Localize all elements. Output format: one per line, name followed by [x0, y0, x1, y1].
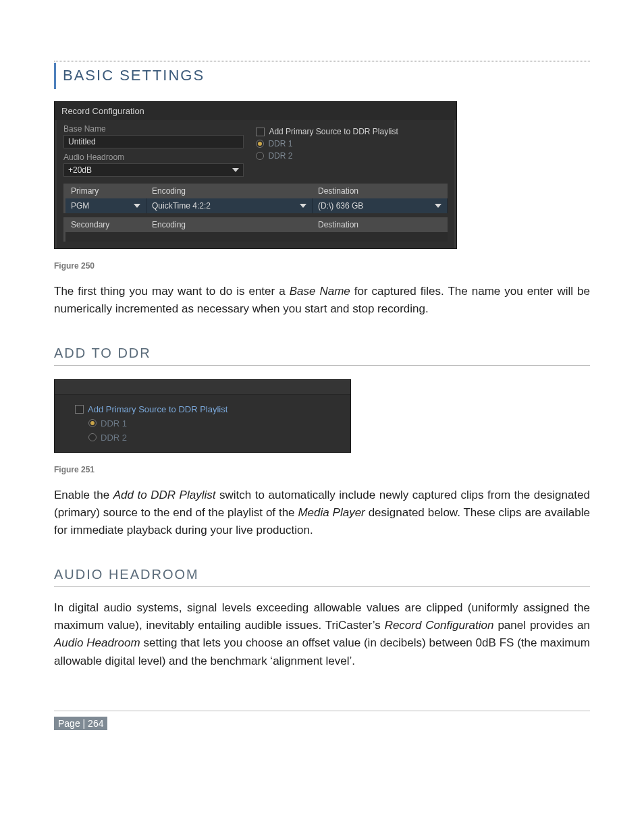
col-secondary: Secondary — [65, 217, 146, 232]
ddr1-radio-row[interactable]: DDR 1 — [256, 139, 448, 148]
panel-stripe — [55, 380, 350, 395]
section-heading-box: BASIC SETTINGS — [54, 61, 590, 89]
page-footer: Page | 264 — [54, 711, 590, 730]
radio-icon — [256, 140, 264, 148]
radio-icon — [88, 419, 97, 427]
secondary-encoding-group: Secondary Encoding Destination — [63, 217, 448, 242]
chevron-down-icon — [232, 168, 239, 172]
primary-source-dropdown[interactable]: PGM — [65, 198, 146, 213]
primary-encoding-value: QuickTime 4:2:2 — [152, 201, 211, 211]
chevron-down-icon — [134, 204, 140, 208]
paragraph-basename: The first thing you may want to do is en… — [54, 283, 590, 319]
radio-icon — [256, 152, 264, 160]
add-primary-source-checkbox-row-2[interactable]: Add Primary Source to DDR Playlist — [75, 404, 337, 414]
checkbox-icon — [75, 405, 84, 414]
ddr2-radio-row[interactable]: DDR 2 — [256, 151, 448, 161]
panel-title: Record Configuration — [55, 102, 456, 120]
primary-destination-value: (D:\) 636 GB — [318, 201, 363, 211]
ddr2-label: DDR 2 — [268, 151, 292, 161]
col-encoding2: Encoding — [146, 217, 313, 232]
ddr2-radio-row-2[interactable]: DDR 2 — [88, 433, 337, 443]
paragraph-audio-headroom: In digital audio systems, signal levels … — [54, 599, 590, 670]
base-name-value: Untitled — [68, 137, 96, 146]
chevron-down-icon — [435, 204, 441, 208]
radio-icon — [88, 433, 97, 441]
col-primary: Primary — [65, 184, 146, 198]
ddr1-radio-row-2[interactable]: DDR 1 — [88, 418, 337, 429]
primary-encoding-dropdown[interactable]: QuickTime 4:2:2 — [146, 198, 313, 213]
heading-add-to-ddr: ADD TO DDR — [54, 346, 590, 366]
heading-audio-headroom: AUDIO HEADROOM — [54, 567, 590, 587]
primary-destination-dropdown[interactable]: (D:\) 636 GB — [313, 198, 448, 213]
section-heading: BASIC SETTINGS — [63, 67, 590, 85]
checkbox-icon — [256, 128, 265, 136]
add-primary-source-label: Add Primary Source to DDR Playlist — [269, 127, 398, 136]
ddr2-label-2: DDR 2 — [101, 433, 127, 443]
add-to-ddr-panel: Add Primary Source to DDR Playlist DDR 1… — [54, 379, 351, 453]
audio-headroom-dropdown[interactable]: +20dB — [63, 163, 244, 177]
col-destination2: Destination — [313, 217, 448, 232]
add-primary-source-checkbox-row[interactable]: Add Primary Source to DDR Playlist — [256, 127, 448, 136]
col-encoding: Encoding — [146, 184, 313, 198]
primary-source-value: PGM — [71, 201, 89, 211]
add-primary-source-label-2: Add Primary Source to DDR Playlist — [88, 404, 227, 414]
ddr1-label-2: DDR 1 — [101, 418, 127, 429]
figure-caption-251: Figure 251 — [54, 465, 590, 474]
paragraph-addtoddr: Enable the Add to DDR Playlist switch to… — [54, 487, 590, 540]
col-destination: Destination — [313, 184, 448, 198]
base-name-input[interactable]: Untitled — [63, 135, 244, 148]
audio-headroom-label: Audio Headroom — [63, 153, 244, 162]
chevron-down-icon — [300, 204, 306, 208]
record-configuration-panel: Record Configuration Base Name Untitled … — [54, 101, 457, 249]
base-name-label: Base Name — [63, 124, 244, 134]
primary-encoding-group: Primary Encoding Destination PGM QuickTi… — [63, 184, 448, 213]
audio-headroom-value: +20dB — [68, 165, 92, 175]
page-number: Page | 264 — [54, 717, 107, 730]
figure-caption-250: Figure 250 — [54, 261, 590, 271]
ddr1-label: DDR 1 — [268, 139, 292, 148]
